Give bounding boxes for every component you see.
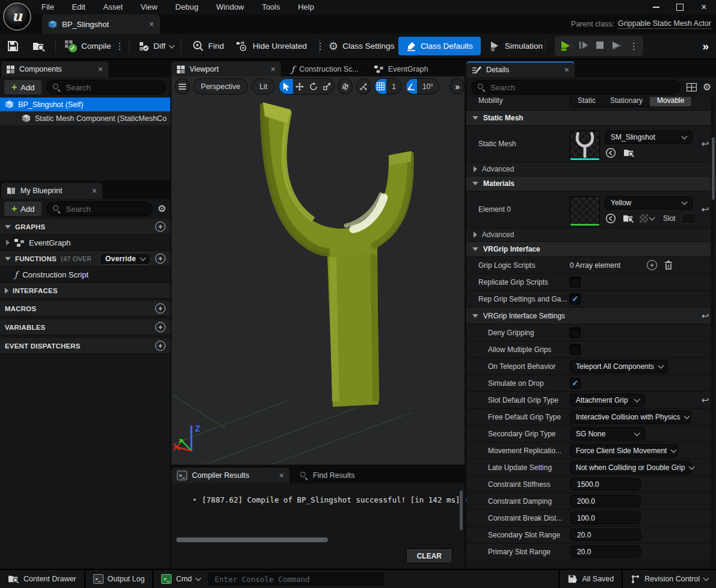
collapse-icon[interactable] bbox=[5, 257, 11, 261]
section-event-dispatchers[interactable]: EVENT DISPATCHERS + bbox=[0, 338, 170, 354]
late-update-setting-dropdown[interactable]: Not when Colliding or Double Grip bbox=[570, 461, 691, 474]
static-mesh-dropdown[interactable]: SM_Slingshot bbox=[605, 131, 693, 144]
hide-unrelated-options-icon[interactable]: ⋮ bbox=[316, 41, 325, 52]
asset-tab-close-icon[interactable]: × bbox=[149, 19, 154, 29]
expand-icon[interactable] bbox=[5, 288, 8, 294]
save-button[interactable] bbox=[7, 34, 19, 58]
menu-debug[interactable]: Debug bbox=[167, 0, 206, 14]
grid-snap-toggle-button[interactable] bbox=[375, 79, 387, 94]
secondary-grip-type-dropdown[interactable]: SG None bbox=[570, 427, 645, 441]
compile-options-icon[interactable]: ⋮ bbox=[116, 41, 125, 52]
trash-icon[interactable] bbox=[664, 261, 673, 270]
vertical-scrollbar[interactable] bbox=[460, 491, 463, 530]
add-array-element-icon[interactable]: + bbox=[647, 260, 657, 270]
mobility-static-button[interactable]: Static bbox=[570, 97, 603, 107]
primary-slot-range-field[interactable]: 20.0 bbox=[570, 545, 641, 558]
static-mesh-advanced-row[interactable]: Advanced bbox=[466, 162, 716, 176]
item-construction-script[interactable]: ƒ Construction Script bbox=[0, 267, 170, 283]
angle-snap-value[interactable]: 10° bbox=[417, 79, 439, 94]
deny-gripping-checkbox[interactable] bbox=[570, 327, 581, 338]
viewport-toolbar-overflow-button[interactable]: » bbox=[450, 78, 464, 94]
lit-mode-button[interactable]: Lit bbox=[252, 78, 275, 94]
add-component-button[interactable]: + Add bbox=[4, 80, 42, 94]
move-tool-button[interactable] bbox=[293, 79, 307, 94]
constraint-stiffness-field[interactable]: 1500.0 bbox=[570, 478, 641, 491]
item-event-graph[interactable]: EventGraph bbox=[0, 235, 170, 251]
components-tab-close-icon[interactable]: × bbox=[98, 64, 103, 74]
transform-space-button[interactable] bbox=[338, 78, 353, 94]
my-blueprint-search[interactable] bbox=[46, 202, 152, 216]
add-event-dispatcher-icon[interactable]: + bbox=[155, 341, 165, 351]
static-mesh-thumbnail[interactable] bbox=[570, 131, 600, 161]
expand-icon[interactable] bbox=[6, 240, 10, 246]
components-search[interactable] bbox=[46, 80, 166, 94]
tab-compiler-results[interactable]: >_ Compiler Results × bbox=[171, 468, 289, 483]
tab-construction-script[interactable]: ƒ Construction Sc... bbox=[286, 61, 364, 77]
category-materials[interactable]: Materials bbox=[466, 176, 716, 191]
class-settings-button[interactable]: ⚙ Class Settings bbox=[329, 34, 394, 58]
find-button[interactable]: Find bbox=[193, 34, 224, 58]
rep-grip-settings-checkbox[interactable] bbox=[570, 294, 581, 305]
console-command-field[interactable] bbox=[208, 573, 384, 586]
simulate-on-drop-checkbox[interactable] bbox=[570, 378, 581, 389]
mobility-stationary-button[interactable]: Stationary bbox=[603, 97, 650, 107]
components-search-input[interactable] bbox=[66, 83, 160, 92]
grid-snap-value[interactable]: 1 bbox=[386, 79, 401, 94]
menu-asset[interactable]: Asset bbox=[96, 0, 131, 14]
category-vrgrip-interface[interactable]: VRGrip Interface bbox=[466, 242, 716, 257]
compiler-log-line[interactable]: • [7887.62] Compile of BP_Slingshot succ… bbox=[171, 483, 464, 504]
replicate-grip-checkbox[interactable] bbox=[570, 277, 581, 288]
play-options-icon[interactable]: ⋮ bbox=[629, 41, 638, 52]
free-default-grip-dropdown[interactable]: Interactive Collision with Physics bbox=[570, 410, 691, 424]
compiler-results-tab-close-icon[interactable]: × bbox=[279, 471, 284, 480]
simulation-button[interactable]: Simulation bbox=[489, 34, 543, 58]
viewport-tab-close-icon[interactable]: × bbox=[271, 64, 276, 74]
texture-preview-control[interactable] bbox=[640, 214, 654, 223]
select-tool-button[interactable] bbox=[279, 79, 293, 94]
menu-view[interactable]: View bbox=[133, 0, 165, 14]
add-macro-icon[interactable]: + bbox=[155, 303, 165, 314]
compile-button[interactable]: ✓ Compile ⋮ bbox=[65, 34, 125, 58]
my-blueprint-tab-close-icon[interactable]: × bbox=[92, 186, 97, 196]
scale-tool-button[interactable] bbox=[320, 79, 334, 94]
add-variable-icon[interactable]: + bbox=[155, 322, 165, 332]
revision-control-button[interactable]: Revision Control bbox=[623, 570, 716, 588]
constraint-damping-field[interactable]: 200.0 bbox=[570, 495, 641, 507]
details-scrollbar-thumb[interactable] bbox=[712, 137, 715, 200]
component-row-self[interactable]: BP_Slingshot (Self) bbox=[0, 97, 170, 111]
material-thumbnail[interactable] bbox=[570, 196, 600, 226]
details-settings-gear-icon[interactable]: ⚙ bbox=[703, 82, 711, 92]
secondary-slot-range-field[interactable]: 20.0 bbox=[570, 528, 641, 541]
all-saved-button[interactable]: All Saved bbox=[560, 570, 622, 588]
menu-help[interactable]: Help bbox=[290, 0, 322, 14]
details-search[interactable] bbox=[471, 80, 681, 94]
use-selected-asset-icon[interactable] bbox=[605, 212, 617, 224]
details-tab-close-icon[interactable]: × bbox=[564, 65, 569, 75]
section-macros[interactable]: MACROS + bbox=[0, 301, 170, 317]
browse-to-asset-icon[interactable] bbox=[622, 212, 634, 224]
mobility-movable-button[interactable]: Movable bbox=[650, 97, 691, 107]
viewport-options-button[interactable] bbox=[175, 78, 190, 94]
maximize-button[interactable] bbox=[668, 0, 692, 14]
diff-button[interactable]: Diff bbox=[138, 34, 174, 58]
add-function-icon[interactable]: + bbox=[155, 253, 165, 264]
slot-default-grip-dropdown[interactable]: Attachment Grip bbox=[570, 394, 645, 407]
surface-snap-button[interactable] bbox=[356, 78, 371, 94]
section-variables[interactable]: VARIABLES + bbox=[0, 320, 170, 335]
horizontal-scrollbar[interactable] bbox=[176, 537, 328, 542]
tab-my-blueprint[interactable]: My Blueprint × bbox=[1, 183, 102, 199]
materials-advanced-row[interactable]: Advanced bbox=[466, 228, 716, 242]
constraint-break-distance-field[interactable]: 100.0 bbox=[570, 512, 641, 524]
section-interfaces[interactable]: INTERFACES bbox=[0, 283, 170, 299]
use-selected-asset-icon[interactable] bbox=[605, 147, 617, 159]
display-filter-icon[interactable] bbox=[687, 83, 697, 91]
add-graph-icon[interactable]: + bbox=[155, 221, 165, 232]
allow-multiple-grips-checkbox[interactable] bbox=[570, 344, 581, 355]
add-blueprint-item-button[interactable]: + Add bbox=[4, 202, 42, 216]
vrgrip-settings-header-row[interactable]: VRGrip Interface Settings ↩ bbox=[466, 308, 716, 324]
content-drawer-button[interactable]: Content Drawer bbox=[0, 570, 84, 588]
output-log-button[interactable]: >_ Output Log bbox=[85, 570, 153, 588]
stop-button[interactable] bbox=[596, 41, 604, 51]
tab-viewport[interactable]: Viewport × bbox=[171, 61, 281, 77]
menu-edit[interactable]: Edit bbox=[64, 0, 93, 14]
